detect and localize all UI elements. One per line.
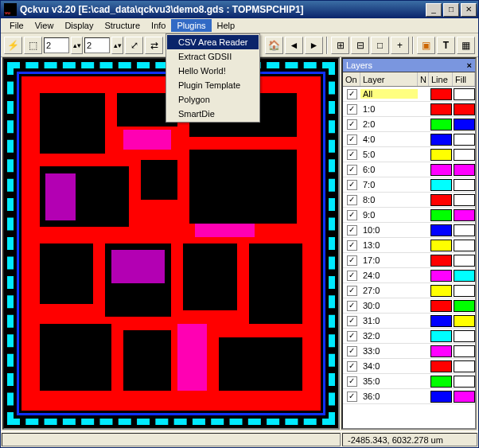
line-swatch[interactable] xyxy=(430,149,452,161)
checkbox-icon[interactable]: ✓ xyxy=(347,134,357,145)
col-layer[interactable]: Layer xyxy=(360,72,418,86)
line-swatch[interactable] xyxy=(430,224,452,236)
checkbox-icon[interactable]: ✓ xyxy=(347,271,357,281)
fill-swatch[interactable] xyxy=(454,391,475,403)
lightning-icon[interactable]: ⚡ xyxy=(4,37,22,54)
spin-up-2[interactable]: ▴▾ xyxy=(111,37,123,54)
minimize-button[interactable]: _ xyxy=(426,3,442,17)
line-swatch[interactable] xyxy=(430,134,452,146)
checkbox-icon[interactable]: ✓ xyxy=(347,376,357,387)
fit-view-icon[interactable]: ⤢ xyxy=(125,37,143,54)
back-icon[interactable]: ◄ xyxy=(285,37,303,54)
line-swatch[interactable] xyxy=(430,300,452,312)
dropdown-plugin-template[interactable]: Plugin Template xyxy=(167,78,259,92)
col-fill[interactable]: Fill xyxy=(453,72,475,86)
fill-swatch[interactable] xyxy=(454,330,475,342)
line-swatch[interactable] xyxy=(430,119,452,131)
fill-swatch[interactable] xyxy=(454,300,475,312)
line-swatch[interactable] xyxy=(430,270,452,282)
fill-swatch[interactable] xyxy=(454,134,475,146)
fill-swatch[interactable] xyxy=(454,209,475,221)
checkbox-icon[interactable]: ✓ xyxy=(347,225,357,236)
line-swatch[interactable] xyxy=(430,285,452,297)
checkbox-icon[interactable]: ✓ xyxy=(347,210,357,220)
checkbox-icon[interactable]: ✓ xyxy=(347,286,357,296)
checkbox-icon[interactable]: ✓ xyxy=(347,89,357,99)
layer-row[interactable]: ✓17:0 xyxy=(343,253,475,268)
checkbox-icon[interactable]: ✓ xyxy=(347,255,357,266)
layer-row[interactable]: ✓9:0 xyxy=(343,208,475,223)
line-swatch[interactable] xyxy=(430,164,452,176)
line-swatch[interactable] xyxy=(430,330,452,342)
checkbox-icon[interactable]: ✓ xyxy=(347,104,357,115)
checkbox-icon[interactable]: ✓ xyxy=(347,240,357,251)
close-button[interactable]: ✕ xyxy=(461,3,477,17)
fill-swatch[interactable] xyxy=(454,345,475,357)
layer-row[interactable]: ✓10:0 xyxy=(343,223,475,238)
checkbox-icon[interactable]: ✓ xyxy=(347,195,357,205)
text-tool-icon[interactable]: T xyxy=(437,37,455,54)
fill-swatch[interactable] xyxy=(454,88,475,100)
layer-row[interactable]: ✓27:0 xyxy=(343,283,475,298)
col-on[interactable]: On xyxy=(343,72,360,86)
layer-row[interactable]: ✓7:0 xyxy=(343,177,475,193)
spin-zoom-in[interactable] xyxy=(44,37,69,53)
checkbox-icon[interactable]: ✓ xyxy=(347,150,357,160)
line-swatch[interactable] xyxy=(430,240,452,251)
fill-swatch[interactable] xyxy=(454,270,475,282)
dropdown-hello-world[interactable]: Hello World! xyxy=(167,64,259,78)
fill-swatch[interactable] xyxy=(454,224,475,236)
layer-row[interactable]: ✓8:0 xyxy=(343,193,475,208)
layer-row-all[interactable]: ✓ All xyxy=(343,87,475,102)
menu-help[interactable]: Help xyxy=(212,19,241,32)
layer-row[interactable]: ✓6:0 xyxy=(343,162,475,177)
fill-swatch[interactable] xyxy=(454,179,475,191)
menu-file[interactable]: File xyxy=(4,19,29,32)
layer-row[interactable]: ✓35:0 xyxy=(343,374,475,389)
maximize-button[interactable]: □ xyxy=(443,3,459,17)
spin-up-1[interactable]: ▴▾ xyxy=(71,37,83,54)
layer-row[interactable]: ✓31:0 xyxy=(343,314,475,329)
line-swatch[interactable] xyxy=(430,103,452,115)
col-line[interactable]: Line xyxy=(429,72,453,86)
fill-swatch[interactable] xyxy=(454,315,475,327)
checkbox-icon[interactable]: ✓ xyxy=(347,361,357,372)
zoom-area-icon[interactable]: ⬚ xyxy=(24,37,42,54)
layer-row[interactable]: ✓33:0 xyxy=(343,344,475,359)
line-swatch[interactable] xyxy=(430,360,452,372)
layer-row[interactable]: ✓34:0 xyxy=(343,359,475,374)
fill-swatch[interactable] xyxy=(454,103,475,115)
line-swatch[interactable] xyxy=(430,391,452,403)
checkbox-icon[interactable]: ✓ xyxy=(347,392,357,402)
checkbox-icon[interactable]: ✓ xyxy=(347,316,357,326)
forward-icon[interactable]: ► xyxy=(305,37,323,54)
grid-icon[interactable]: ▦ xyxy=(457,37,475,54)
fill-swatch[interactable] xyxy=(454,360,475,372)
spin-zoom-out[interactable] xyxy=(84,37,110,53)
fill-swatch[interactable] xyxy=(454,164,475,176)
col-n[interactable]: N xyxy=(418,72,429,86)
line-swatch[interactable] xyxy=(430,209,452,221)
fill-swatch[interactable] xyxy=(454,194,475,206)
dropdown-polygon[interactable]: Polygon xyxy=(167,92,259,107)
layer-row[interactable]: ✓5:0 xyxy=(343,147,475,162)
layer-row[interactable]: ✓36:0 xyxy=(343,389,475,404)
line-swatch[interactable] xyxy=(430,345,452,357)
menu-plugins[interactable]: Plugins xyxy=(171,19,211,32)
line-swatch[interactable] xyxy=(430,194,452,206)
fill-swatch[interactable] xyxy=(454,255,475,267)
layer-row[interactable]: ✓30:0 xyxy=(343,298,475,314)
fill-swatch[interactable] xyxy=(454,376,475,388)
checkbox-icon[interactable]: ✓ xyxy=(347,165,357,175)
line-swatch[interactable] xyxy=(430,88,452,100)
layers-panel-close-icon[interactable]: × xyxy=(467,60,472,70)
line-swatch[interactable] xyxy=(430,376,452,388)
layers-table[interactable]: On Layer N Line Fill ✓ All ✓1:0✓2:0✓4:0✓… xyxy=(343,72,475,428)
layer-row[interactable]: ✓24:0 xyxy=(343,268,475,283)
layer-row[interactable]: ✓32:0 xyxy=(343,329,475,344)
swap-icon[interactable]: ⇄ xyxy=(145,37,163,54)
menu-view[interactable]: View xyxy=(29,19,60,32)
add-icon[interactable]: + xyxy=(391,37,409,54)
checkbox-icon[interactable]: ✓ xyxy=(347,346,357,356)
checkbox-icon[interactable]: ✓ xyxy=(347,331,357,341)
